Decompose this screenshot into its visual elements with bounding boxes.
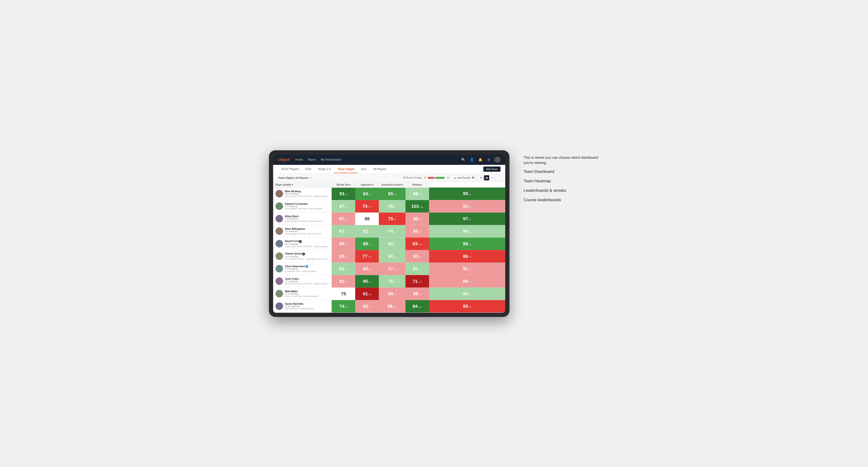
notifications-icon[interactable]: 🔔	[477, 157, 483, 162]
user-icon[interactable]: 👤	[469, 157, 474, 162]
annotation-item-2: Leaderboards & streaks	[524, 188, 599, 193]
stat-value: 83	[339, 254, 344, 259]
table-row[interactable]: David Ford★ Plus Handicap Royal North De…	[273, 238, 505, 250]
tab-tour[interactable]: Tour	[358, 165, 370, 173]
stat-cell: 71 11▼	[405, 275, 429, 287]
annotation-item-3: Course leaderboards	[524, 198, 599, 203]
player-club: Woburn Golf Club, United Kingdom	[285, 295, 329, 298]
table-row[interactable]: Matt Miller 6-10 Handicap Woburn Golf Cl…	[273, 287, 505, 300]
table-row[interactable]: Dave Billingham 1-5 Handicap Gog Magog G…	[273, 225, 505, 238]
col-around-green[interactable]: Around the Green ▾	[379, 182, 405, 188]
badge-icon: ★	[299, 240, 302, 243]
tab-all-players[interactable]: All Players	[370, 165, 390, 173]
last-rounds-button[interactable]: 📊 Last Rounds: 20	[451, 176, 476, 180]
view-expand-button[interactable]: ↕	[495, 175, 500, 181]
team-header-right: 20 Round Change -5 +5 📊 Last Rounds: 20 …	[403, 175, 500, 181]
player-name: Elliot Ebert	[285, 215, 329, 218]
logo[interactable]: clippd	[278, 158, 290, 162]
stat-cell: 74 8▲	[332, 300, 355, 312]
stat-inner: 82 4▲	[355, 225, 379, 238]
stat-cell: 81 3▼	[332, 275, 355, 287]
stat-value: 94	[463, 229, 468, 234]
table-row[interactable]: Edward Crossman 1-5 Handicap Sunningdale…	[273, 200, 505, 213]
stat-cell: 61 3▼	[355, 287, 379, 300]
subnav: PGAT Players PGA Hcaps 1-5 Team Clippd T…	[273, 165, 505, 174]
stat-change: 21▲	[418, 306, 422, 308]
stat-inner: 80 1▲	[379, 250, 405, 262]
stat-value: 92	[463, 204, 468, 209]
table-row[interactable]: Charlie Quick★ 6-10 Handicap St. George'…	[273, 250, 505, 262]
stat-value: 74	[388, 229, 393, 234]
stat-inner: 82 3▲	[332, 263, 355, 275]
search-icon[interactable]: 🔍	[460, 157, 466, 162]
stat-inner: 85 3▼	[332, 238, 355, 250]
stat-change: 8▲	[394, 193, 396, 195]
stat-value: 94	[463, 291, 468, 297]
stat-change: 3▼	[368, 293, 371, 295]
player-avatar	[276, 290, 283, 298]
stat-change: 9▲	[468, 193, 471, 195]
stat-inner: 94 1▲	[429, 225, 505, 238]
player-avatar	[276, 302, 283, 310]
stat-change: 3▼	[345, 218, 348, 220]
tab-hcaps[interactable]: Hcaps 1-5	[315, 165, 334, 173]
stat-inner: 80 3▲	[379, 238, 405, 250]
tab-pgat-players[interactable]: PGAT Players	[278, 165, 302, 173]
stat-cell: 87 1▲	[332, 200, 355, 213]
col-approach[interactable]: Approach ▾	[355, 182, 379, 188]
tablet-frame: clippd Home Teams My Performance 🔍 👤 🔔 ⚙	[269, 150, 509, 317]
stat-value: 82	[363, 229, 368, 234]
table-row[interactable]: Elliot Ebert 1-5 Handicap Sunningdale Go…	[273, 213, 505, 225]
tab-pga[interactable]: PGA	[302, 165, 315, 173]
table-body: Blair McHarg Plus Handicap Royal North D…	[273, 187, 505, 312]
nav-performance[interactable]: My Performance	[320, 157, 341, 162]
player-club: Gog Magog Golf Club, United Kingdom	[285, 232, 329, 235]
col-player[interactable]: Player Quality ▾	[273, 182, 332, 188]
stat-inner: 71 11▼	[405, 275, 429, 287]
stat-inner: 85 8▲	[379, 188, 405, 200]
table-row[interactable]: Blair McHarg Plus Handicap Royal North D…	[273, 187, 505, 200]
view-list-button[interactable]: ≡	[490, 175, 495, 181]
player-club: Royal North Devon Golf Club, United King…	[285, 283, 329, 285]
table-row[interactable]: Chris Robertson✓ 1-5 Handicap Craigmilla…	[273, 262, 505, 275]
player-name: David Ford★	[285, 240, 329, 243]
stat-value: 91	[463, 266, 468, 272]
stat-cell: 73 11▼	[355, 200, 379, 213]
view-heatmap-button[interactable]: ▦	[484, 175, 489, 181]
stat-cell: 60 2▲	[355, 262, 379, 275]
stat-value: 87	[339, 216, 344, 221]
stat-change: 4▲	[418, 269, 422, 271]
stat-change: 3▼	[345, 256, 348, 258]
col-putting[interactable]: Putting ▾	[405, 182, 429, 188]
table-row[interactable]: Aaron Nicholls 11-15 Handicap Drift Golf…	[273, 300, 505, 312]
stat-cell: 94 3▲	[429, 287, 505, 300]
stat-value: 88	[413, 191, 418, 196]
stat-inner: 89 2▼	[429, 275, 505, 287]
edit-icon[interactable]: ✏	[310, 176, 312, 179]
add-team-button[interactable]: Add Team	[483, 166, 500, 172]
avatar[interactable]	[494, 157, 500, 163]
player-club: Sunningdale Golf Club, United Kingdom	[285, 220, 329, 222]
annotation-intro: This is where you can choose which dashb…	[524, 155, 599, 165]
annotation-panel: This is where you can choose which dashb…	[524, 150, 599, 203]
stat-value: 95	[463, 191, 468, 196]
player-name: Dave Billingham	[285, 227, 329, 230]
tablet-screen: clippd Home Teams My Performance 🔍 👤 🔔 ⚙	[273, 154, 505, 313]
player-handicap: 1-5 Handicap	[285, 280, 329, 283]
stat-cell: 77 3▼	[379, 262, 405, 275]
nav-teams[interactable]: Teams	[308, 157, 316, 162]
view-grid-button[interactable]: ⊞	[478, 175, 484, 181]
stat-cell: 95 9▲	[429, 187, 505, 200]
stat-change: 7▲	[368, 243, 371, 246]
col-off-tee[interactable]: Off the Tee ▾	[332, 182, 355, 188]
stat-inner: 89 7▲	[355, 238, 379, 250]
nav-home[interactable]: Home	[295, 157, 303, 162]
table-row[interactable]: Josh Coles 1-5 Handicap Royal North Devo…	[273, 275, 505, 287]
stat-inner: 84 6▲	[355, 188, 379, 200]
settings-icon[interactable]: ⚙	[486, 157, 492, 162]
stat-inner: 87 3▼	[332, 213, 355, 225]
player-name: Josh Coles	[285, 277, 329, 280]
stat-change: 3▲	[394, 243, 396, 246]
tab-team-clippd[interactable]: Team Clippd	[334, 165, 358, 173]
subnav-tabs: PGAT Players PGA Hcaps 1-5 Team Clippd T…	[278, 165, 483, 173]
